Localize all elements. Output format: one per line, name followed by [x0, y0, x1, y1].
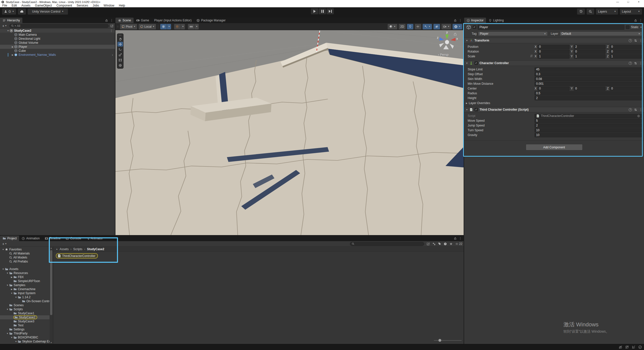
project-tree-settings[interactable]: Settings: [0, 327, 50, 331]
project-content-area[interactable]: ▲ Assets›Scripts›StudyCase2 # ThirdChara…: [53, 247, 464, 344]
project-tree-test[interactable]: Test: [0, 323, 50, 327]
maximize-button[interactable]: □: [623, 0, 633, 4]
rect-tool-button[interactable]: [117, 58, 123, 62]
view-tool-button[interactable]: [117, 36, 123, 41]
bottom-tab-console[interactable]: Console: [63, 236, 84, 241]
panel-menu-icon[interactable]: ⋮: [639, 19, 642, 22]
value-field[interactable]: 2: [535, 123, 642, 128]
project-tree-boxophobic[interactable]: ▼BOXOPHOBIC: [0, 335, 50, 339]
value-field[interactable]: 10: [535, 133, 642, 137]
hierarchy-item-cube[interactable]: Cube: [0, 49, 115, 53]
perspective-toggle[interactable]: ‹ Persp: [438, 53, 449, 57]
chevron-down-icon[interactable]: ▼: [640, 26, 642, 28]
presets-icon[interactable]: [634, 39, 637, 42]
value-field[interactable]: 0.001: [535, 82, 642, 86]
layer-overrides-foldout[interactable]: ▶Layer Overrides: [464, 101, 642, 105]
value-field[interactable]: 10: [535, 128, 642, 133]
object-picker-icon[interactable]: [637, 114, 640, 118]
debugger-disabled-icon[interactable]: [619, 345, 622, 349]
scale-tool-button[interactable]: [117, 52, 123, 57]
foldout-arrow-icon[interactable]: ▼: [6, 332, 9, 335]
tab-hierarchy[interactable]: Hierarchy: [0, 18, 22, 23]
popout-icon[interactable]: [110, 24, 114, 28]
project-tree-studycase3[interactable]: StudyCase3: [0, 319, 50, 323]
hierarchy-scene-row[interactable]: ▼StudyCase2⋮: [0, 29, 115, 33]
bottom-tab-animation[interactable]: Animation: [19, 236, 42, 241]
foldout-arrow-icon[interactable]: ▼: [466, 39, 468, 42]
menu-edit[interactable]: Edit: [9, 4, 19, 7]
lock-icon[interactable]: [634, 19, 637, 22]
search-everywhere-button[interactable]: [587, 9, 594, 15]
project-tree-all-prefabs[interactable]: All Prefabs: [0, 259, 50, 264]
grid-size-dropdown[interactable]: ▼: [195, 24, 199, 29]
axis-x-field[interactable]: 0: [538, 86, 570, 91]
help-icon[interactable]: ?: [629, 62, 632, 65]
value-field[interactable]: 0.08: [535, 77, 642, 81]
component-menu-icon[interactable]: ⋮: [639, 61, 642, 65]
axis-x-field[interactable]: 1: [538, 54, 570, 59]
drag-handle-icon[interactable]: •••: [119, 34, 122, 36]
transform-tool-button[interactable]: [117, 63, 123, 68]
inspector-tab-inspector[interactable]: Inspector: [464, 18, 486, 23]
menu-window[interactable]: Window: [101, 4, 117, 7]
panel-menu-icon[interactable]: ⋮: [459, 237, 462, 240]
lock-icon[interactable]: [454, 19, 457, 22]
project-tree-resources[interactable]: ▼Resources: [0, 271, 50, 275]
project-tree-scrollbar[interactable]: ▲ ▼: [50, 247, 53, 344]
component-enabled-checkbox[interactable]: ✓: [474, 61, 478, 65]
project-tree-1-14-2[interactable]: ▼1.14.2: [0, 295, 50, 299]
project-search-input[interactable]: [350, 242, 424, 246]
bottom-tab-project[interactable]: Project: [0, 236, 19, 241]
play-button[interactable]: [311, 8, 318, 14]
filter-by-label-icon[interactable]: [438, 242, 441, 245]
foldout-arrow-icon[interactable]: ▶: [11, 54, 14, 56]
breadcrumb-scripts[interactable]: Scripts: [73, 247, 83, 251]
project-tree-assets[interactable]: ▼Assets: [0, 267, 50, 271]
audio-toggle-button[interactable]: [415, 24, 421, 29]
panel-menu-icon[interactable]: ⋮: [459, 19, 462, 22]
character-controller-header[interactable]: ▼ ✓ Character Controller ? ⋮: [464, 60, 644, 66]
gizmo-x-label[interactable]: x: [456, 37, 458, 40]
hierarchy-item-global-volume[interactable]: Global Volume: [0, 41, 115, 45]
foldout-arrow-icon[interactable]: ▶: [11, 46, 14, 48]
axis-x-field[interactable]: 0: [538, 45, 570, 49]
tag-dropdown[interactable]: Player▼: [478, 31, 548, 36]
step-button[interactable]: [327, 8, 334, 14]
foldout-arrow-icon[interactable]: ▶: [10, 276, 13, 278]
menu-jobs[interactable]: Jobs: [90, 4, 101, 7]
layer-dropdown[interactable]: Default▼: [560, 31, 642, 36]
undo-history-button[interactable]: [577, 9, 585, 15]
hidden-objects-toggle[interactable]: [433, 24, 440, 29]
add-gameobject-button[interactable]: +▼: [1, 24, 8, 28]
active-checkbox[interactable]: ✓: [473, 25, 476, 29]
project-tree-scripts[interactable]: ▼Scripts: [0, 307, 50, 311]
foldout-arrow-icon[interactable]: ▼: [466, 62, 468, 64]
layers-dropdown[interactable]: Layers ▼: [596, 9, 618, 15]
foldout-arrow-icon[interactable]: ▼: [14, 340, 18, 343]
axis-z-field[interactable]: 0: [610, 86, 642, 91]
value-field[interactable]: 5: [535, 119, 642, 123]
close-button[interactable]: ×: [633, 0, 644, 4]
bottom-tab-animator[interactable]: Animator: [84, 236, 105, 241]
foldout-arrow-icon[interactable]: ▼: [2, 268, 5, 270]
pivot-dropdown[interactable]: Pivot ▼: [120, 24, 137, 29]
view-tab-package-manager[interactable]: Package Manager: [194, 18, 228, 23]
hierarchy-item-directional-light[interactable]: Directional Light: [0, 37, 115, 41]
gizmo-z-label[interactable]: z: [437, 36, 439, 39]
grid-size-button[interactable]: [188, 24, 194, 29]
breadcrumb-assets[interactable]: Assets: [60, 247, 69, 251]
snap-increment-button[interactable]: [174, 24, 181, 29]
snap-increment-dropdown[interactable]: ▼: [181, 24, 185, 29]
scroll-up-icon[interactable]: ▲: [50, 247, 53, 249]
collapse-icon[interactable]: ▲: [56, 248, 58, 250]
project-tree-on-screen-contro[interactable]: On-Screen Contro: [0, 299, 50, 303]
bottom-tab-timeline[interactable]: Timeline: [42, 236, 63, 241]
project-tree-input-system[interactable]: ▼Input System: [0, 291, 50, 295]
project-tree-skybox-cubemap-ext[interactable]: ▼Skybox Cubemap Ext: [0, 339, 50, 343]
add-component-button[interactable]: Add Component: [526, 144, 583, 150]
version-control-button[interactable]: Unity Version Control ▼: [28, 9, 68, 15]
menu-assets[interactable]: Assets: [19, 4, 33, 7]
project-tree-all-models[interactable]: All Models: [0, 255, 50, 259]
grid-visibility-dropdown[interactable]: ▼: [167, 24, 171, 29]
view-tab-game[interactable]: Game: [134, 18, 152, 23]
